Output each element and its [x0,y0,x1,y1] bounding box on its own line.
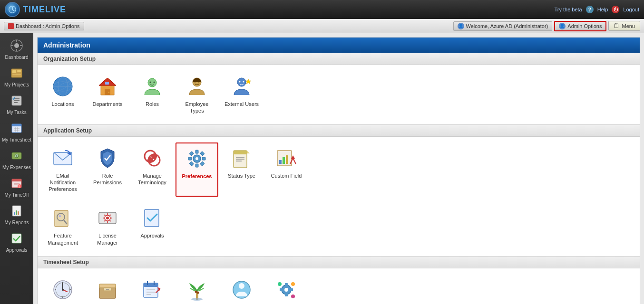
help-link[interactable]: Help [597,7,608,12]
item-timesheet-period-types[interactable]: Timesheet Period Types [41,274,84,304]
svg-point-44 [108,92,109,93]
svg-rect-78 [283,157,285,164]
timeoff-icon: ! [9,176,24,191]
menu-icon: 🗒 [614,22,620,29]
item-manage-terminology[interactable]: Manage Terminology [131,142,174,197]
admin-panel: Administration Organization Setup [37,37,640,304]
item-preferences[interactable]: Preferences [176,142,218,197]
svg-rect-25 [12,179,21,181]
svg-text:!: ! [19,185,20,188]
item-approvals[interactable]: Approvals [131,202,174,250]
sidebar-label-tasks: My Tasks [7,110,27,115]
item-absence-type[interactable]: Absence Type [220,274,263,304]
svg-rect-10 [12,74,21,75]
svg-rect-64 [188,157,192,160]
departments-icon [96,75,119,98]
svg-point-131 [291,294,295,298]
content-area: Administration Organization Setup [33,33,644,304]
try-beta-link[interactable]: Try the beta [554,7,582,12]
svg-rect-68 [189,162,194,166]
top-links: Try the beta ? Help ⏻ Logout [554,6,639,13]
status-type-label: Status Type [228,172,255,179]
app-setup-items-row2: Feature Management [38,202,640,256]
employee-types-label: Employee Types [178,101,216,114]
sidebar-label-dashboard: Dashboard [5,55,29,60]
item-external-users[interactable]: External Users [220,71,263,119]
sidebar-item-my-timesheet[interactable]: My Timesheet [0,118,33,145]
org-setup-items: Locations [38,65,640,124]
svg-rect-66 [189,151,194,155]
svg-point-95 [106,217,109,219]
logout-link[interactable]: Logout [623,7,639,12]
svg-rect-77 [279,160,282,164]
sidebar-item-my-tasks[interactable]: My Tasks [0,90,33,118]
svg-rect-107 [99,284,116,288]
svg-rect-65 [202,157,205,160]
svg-point-124 [284,288,288,292]
roles-icon [141,75,164,98]
locations-icon [51,75,74,98]
role-permissions-label: Role Permissions [88,172,127,186]
item-custom-field[interactable]: Custom Field [265,142,308,197]
role-permissions-icon [96,147,119,170]
logo-area: TIMELIVE [5,2,66,17]
reports-icon [9,203,24,218]
custom-field-label: Custom Field [271,172,302,179]
timesheet-period-types-icon [51,278,74,301]
roles-label: Roles [146,101,159,107]
email-notification-icon [51,147,74,170]
svg-rect-71 [234,151,247,154]
app-setup-section: Application Setup [38,124,640,256]
svg-point-61 [195,157,198,160]
item-license-manager[interactable]: License Manager [86,202,129,250]
item-email-notification[interactable]: EMail Notification Preferences [41,142,84,197]
sidebar-item-my-expenses[interactable]: $ My Expenses [0,145,33,173]
admin-options-button[interactable]: 👤 Admin Options [554,21,606,31]
org-setup-header: Organization Setup [38,53,640,65]
svg-point-45 [148,78,156,87]
menu-button[interactable]: 🗒 Menu [608,21,640,31]
svg-marker-72 [247,151,250,153]
item-roles[interactable]: Roles [131,71,174,119]
svg-rect-16 [12,124,21,126]
absence-type-icon [230,278,253,301]
sidebar-label-approvals: Approvals [6,247,27,253]
employee-types-icon [185,75,208,98]
sidebar-item-my-timeoff[interactable]: ! My TimeOff [0,173,33,200]
sidebar-item-my-reports[interactable]: My Reports [0,200,33,228]
app-setup-header: Application Setup [38,124,640,137]
svg-rect-79 [286,155,288,164]
holidays-icon [185,278,208,301]
sidebar-item-approvals[interactable]: Approvals [0,228,33,256]
app-setup-items: EMail Notification Preferences Role Perm… [38,137,640,203]
item-departments[interactable]: Departments [86,71,129,119]
svg-rect-33 [18,211,19,215]
right-bar: 👤 Welcome, Azure AD (Administrator) 👤 Ad… [453,21,640,31]
svg-point-120 [197,292,199,294]
item-employee-types[interactable]: Employee Types [176,71,218,119]
main-layout: Dashboard My Projects [0,33,644,304]
breadcrumb-icon [8,23,14,29]
item-locations[interactable]: Locations [41,71,84,119]
svg-point-122 [239,283,244,289]
item-status-type[interactable]: Status Type [220,142,263,197]
item-work-types[interactable]: Work Types [265,274,308,304]
svg-rect-127 [280,288,283,291]
item-holidays[interactable]: Holidays [176,274,218,304]
svg-point-101 [62,289,64,291]
svg-rect-9 [17,70,21,72]
svg-point-52 [239,81,241,83]
custom-field-icon [275,147,298,170]
admin-user-icon: 👤 [559,23,566,29]
time-entry-archive-icon [96,278,119,301]
timesheet-setup-section: Timesheet Setup [38,256,640,304]
item-feature-management[interactable]: Feature Management [41,202,84,250]
item-time-entry-archive[interactable]: Time Entry Archive [86,274,129,304]
approvals-label: Approvals [141,232,164,239]
svg-rect-67 [200,151,205,155]
dashboard-icon [9,38,24,53]
sidebar-item-my-projects[interactable]: My Projects [0,63,33,90]
item-holiday-types[interactable]: Holiday Types [131,274,174,304]
sidebar-item-dashboard[interactable]: Dashboard [0,35,33,63]
item-role-permissions[interactable]: Role Permissions [86,142,129,197]
